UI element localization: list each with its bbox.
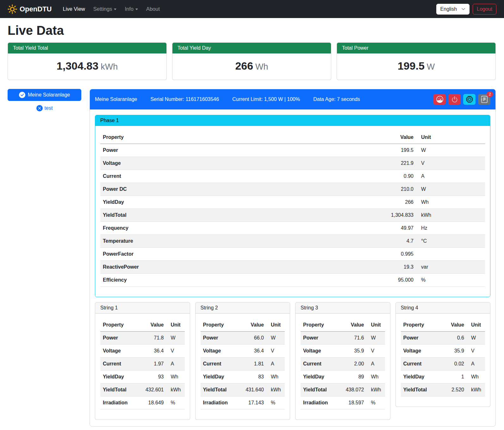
property-unit: W: [367, 332, 385, 345]
column-header-value: Value: [439, 319, 467, 332]
brand-label: OpenDTU: [20, 5, 52, 13]
table-row: Frequency 49.97 Hz: [100, 222, 485, 235]
property-value: 18.597: [339, 396, 367, 409]
property-unit: Wh: [416, 196, 485, 209]
device-info-button[interactable]: [463, 94, 476, 105]
property-unit: V: [416, 157, 485, 170]
event-log-button[interactable]: 2: [478, 94, 490, 105]
column-header-property: Property: [301, 319, 339, 332]
phase-card: Phase 1 Property Value Unit: [95, 115, 490, 297]
property-name: Current: [401, 358, 440, 371]
property-name: PowerFactor: [100, 248, 362, 261]
strings-row: String 1 Property Value Unit: [95, 302, 490, 420]
property-unit: °C: [416, 235, 485, 248]
property-unit: [416, 248, 485, 261]
phase-table: Property Value Unit Power: [100, 131, 485, 287]
table-row: YieldDay 89 Wh: [301, 371, 385, 383]
sun-icon: [8, 4, 17, 14]
nav-item-label: Live View: [63, 6, 85, 12]
table-row: Power 71.6 W: [301, 332, 385, 345]
property-unit: Wh: [166, 371, 185, 383]
property-unit: Wh: [367, 371, 385, 383]
column-header-unit: Unit: [266, 319, 285, 332]
string-2-card: String 2 Property Value Unit: [195, 302, 290, 420]
table-header-row: Property Value Unit: [100, 131, 485, 144]
property-name: Frequency: [100, 222, 362, 235]
property-unit: kWh: [467, 383, 485, 396]
table-row: Power 199.5 W: [100, 144, 485, 157]
inverter-item-label: test: [45, 105, 53, 111]
table-row: PowerFactor 0.995: [100, 248, 485, 261]
property-name: YieldTotal: [201, 383, 240, 396]
property-unit: kWh: [266, 383, 285, 396]
column-header-property: Property: [401, 319, 440, 332]
property-name: Voltage: [301, 345, 339, 358]
inverter-item-test[interactable]: test: [8, 105, 81, 111]
property-unit: W: [416, 144, 485, 157]
property-name: YieldTotal: [100, 209, 362, 222]
property-value: 71.8: [139, 332, 166, 345]
property-unit: %: [166, 396, 185, 409]
property-name: Voltage: [201, 345, 240, 358]
inverter-select-button[interactable]: Meine Solaranlage: [8, 89, 81, 101]
table-row: Voltage 221.9 V: [100, 157, 485, 170]
table-row: YieldTotal 2.520 kWh: [401, 383, 485, 396]
nav-item-live-view[interactable]: Live View: [59, 0, 89, 18]
nav-item-about[interactable]: About: [142, 0, 164, 18]
property-value: 89: [339, 371, 367, 383]
property-value: 0.995: [362, 248, 416, 261]
table-row: Voltage 36.4 V: [201, 345, 285, 358]
column-header-property: Property: [100, 131, 362, 144]
property-name: Voltage: [100, 157, 362, 170]
property-unit: V: [367, 345, 385, 358]
property-name: YieldDay: [401, 371, 440, 383]
power-button[interactable]: [448, 94, 461, 105]
property-name: Irradiation: [100, 396, 139, 409]
card-header: Total Yield Day: [172, 43, 331, 53]
property-value: 36.4: [239, 345, 266, 358]
property-unit: var: [416, 261, 485, 274]
nav-item-info[interactable]: Info: [121, 0, 142, 18]
logout-button[interactable]: Logout: [473, 4, 496, 15]
property-value: 0.90: [362, 170, 416, 183]
string-header: String 3: [296, 302, 390, 314]
table-header-row: Property Value Unit: [401, 319, 485, 332]
total-value: 199.5: [398, 60, 425, 72]
chevron-down-icon: [461, 7, 465, 11]
navbar-right: English Logout: [436, 4, 496, 15]
language-select[interactable]: English: [436, 4, 470, 15]
total-unit: W: [427, 62, 435, 72]
property-unit: V: [266, 345, 285, 358]
property-name: YieldTotal: [301, 383, 339, 396]
property-name: Current: [100, 170, 362, 183]
table-row: Voltage 35.9 V: [301, 345, 385, 358]
phase-header: Phase 1: [95, 115, 490, 126]
table-row: Current 0.02 A: [401, 358, 485, 371]
property-value: 431.640: [239, 383, 266, 396]
table-row: Voltage 35.9 V: [401, 345, 485, 358]
property-value: 19.3: [362, 261, 416, 274]
property-name: YieldTotal: [100, 383, 139, 396]
property-name: YieldDay: [301, 371, 339, 383]
totals-row: Total Yield Total 1,304.83kWh Total Yiel…: [8, 42, 496, 80]
property-value: 66.0: [239, 332, 266, 345]
inverter-limit: Current Limit: 1,500 W | 100%: [232, 97, 300, 102]
limit-settings-button[interactable]: [433, 94, 446, 105]
nav-item-settings[interactable]: Settings: [89, 0, 121, 18]
brand-link[interactable]: OpenDTU: [8, 4, 52, 14]
property-value: 221.9: [362, 157, 416, 170]
property-name: Temperature: [100, 235, 362, 248]
string-header: String 1: [95, 302, 190, 314]
property-value: 95.000: [362, 274, 416, 287]
property-value: 93: [139, 371, 166, 383]
inverter-select-label: Meine Solaranlage: [28, 92, 70, 98]
table-row: Current 1.97 A: [100, 358, 185, 371]
column-header-unit: Unit: [416, 131, 485, 144]
property-value: 49.97: [362, 222, 416, 235]
inverter-header: Meine Solaranlage Serial Number: 1161716…: [90, 89, 495, 109]
column-header-property: Property: [201, 319, 240, 332]
property-value: 1,304.833: [362, 209, 416, 222]
card-header: Total Yield Total: [8, 43, 166, 53]
property-unit: V: [467, 345, 485, 358]
nav-item-label: Settings: [93, 6, 112, 12]
